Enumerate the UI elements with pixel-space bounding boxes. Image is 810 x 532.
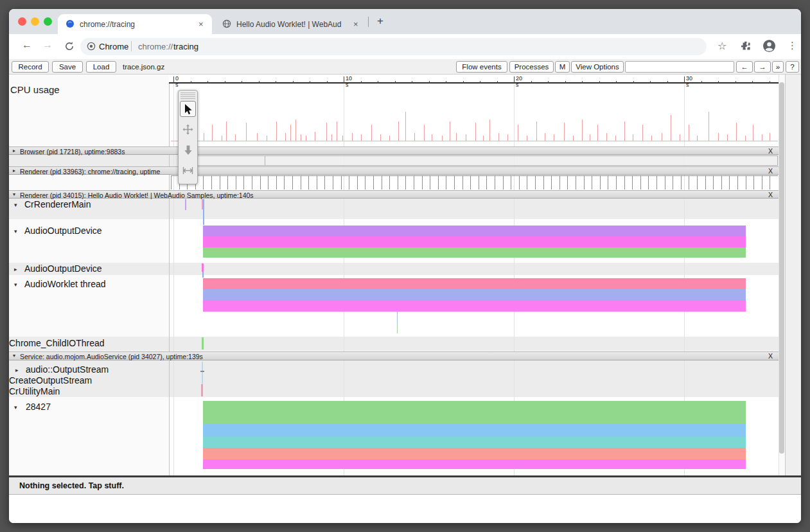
trace-event-tick[interactable] [202, 337, 204, 350]
find-previous-button[interactable]: ← [736, 61, 753, 73]
cpu-usage-spike [361, 134, 362, 141]
record-button[interactable]: Record [12, 61, 49, 73]
process-header-text: Renderer (pid 33963): chrome://tracing, … [20, 168, 160, 175]
menu-dots-icon[interactable]: ⋮ [788, 40, 797, 51]
status-message: Nothing selected. Tap stuff. [19, 481, 124, 490]
process-header-audio-service[interactable]: ▾ Service: audio.mojom.AudioService (pid… [9, 351, 779, 360]
tiny-slice-tick [422, 175, 423, 190]
scrollbar-thumb[interactable] [779, 82, 784, 454]
trace-event-tick[interactable] [201, 384, 203, 396]
tiny-slice-tick [713, 175, 714, 190]
browser-track-slice-edge [265, 156, 265, 165]
minimize-window-button[interactable] [31, 17, 39, 26]
cpu-usage-spike [597, 125, 598, 141]
trace-event-tick[interactable] [397, 324, 398, 333]
trace-slice-bar[interactable] [203, 278, 746, 289]
reload-icon[interactable] [64, 41, 75, 51]
tiny-slice-tick [697, 175, 698, 190]
extensions-puzzle-icon[interactable] [741, 41, 752, 52]
trace-event-tick[interactable] [202, 199, 203, 209]
tab-close-icon[interactable]: × [198, 19, 204, 29]
pan-tool-button[interactable] [180, 121, 196, 137]
process-header-renderer-webaudio[interactable]: ▾ Renderer (pid 34015): Hello Audio Work… [9, 190, 779, 199]
save-button[interactable]: Save [52, 61, 83, 73]
metrics-button[interactable]: M [555, 61, 570, 73]
cpu-usage-spike [662, 133, 662, 141]
view-options-button[interactable]: View Options [571, 61, 624, 73]
trace-slice-bar[interactable] [203, 300, 746, 312]
trace-slice-bar[interactable] [203, 247, 746, 258]
trace-slice-bar[interactable] [203, 401, 746, 424]
omnibox[interactable]: Chrome chrome:// tracing [80, 38, 707, 55]
trace-event-tick[interactable] [202, 263, 204, 272]
close-track-button[interactable]: X [768, 147, 773, 155]
expand-arrow-icon[interactable]: ▸ [13, 168, 15, 173]
close-window-button[interactable] [18, 17, 26, 26]
trace-event-tick[interactable] [185, 199, 186, 210]
new-tab-button[interactable]: + [377, 15, 383, 28]
ruler-minor-tick [599, 81, 600, 84]
processes-button[interactable]: Processes [509, 61, 554, 73]
cpu-usage-spike [697, 136, 698, 141]
close-track-button[interactable]: X [768, 167, 773, 175]
process-header-text: Browser (pid 17218), uptime:9883s [20, 148, 125, 155]
trace-slice-bar[interactable] [203, 289, 746, 300]
back-icon[interactable]: ← [22, 39, 32, 51]
cpu-usage-spike [405, 112, 406, 141]
tiny-slice-tick [495, 175, 495, 190]
tab-close-icon[interactable]: × [353, 19, 358, 29]
zoom-window-button[interactable] [44, 17, 52, 26]
timeline-gridline [684, 84, 685, 476]
cpu-usage-spike [456, 133, 457, 141]
analysis-status-bar: Nothing selected. Tap stuff. [9, 477, 801, 495]
tiny-slice-tick [414, 175, 414, 190]
tab-webaudio[interactable]: Hello Audio Worklet! | WebAud × [213, 14, 364, 34]
find-more-button[interactable]: » [772, 61, 784, 73]
collapse-arrow-icon[interactable]: ▾ [13, 353, 15, 359]
flow-events-button[interactable]: Flow events [456, 61, 507, 73]
palette-drag-handle[interactable] [180, 93, 195, 99]
find-input[interactable] [625, 61, 734, 73]
ruler-minor-tick [480, 81, 480, 84]
cpu-usage-spike [606, 133, 607, 141]
selection-tool-button[interactable] [180, 101, 196, 117]
ruler-major-tick [684, 76, 685, 84]
trace-event-tick[interactable] [202, 362, 203, 384]
cpu-usage-spike [389, 136, 390, 141]
tracing-toolbar: Record Save Load trace.json.gz Flow even… [9, 59, 801, 75]
cpu-usage-spike [770, 133, 770, 141]
load-button[interactable]: Load [86, 61, 116, 73]
ruler-minor-tick [548, 81, 549, 84]
tracing-favicon [66, 19, 75, 28]
tab-tracing[interactable]: chrome://tracing × [58, 14, 212, 34]
trace-slice-bar[interactable] [203, 437, 746, 448]
tiny-slice-tick [632, 175, 633, 190]
trace-event-tick[interactable] [203, 199, 204, 225]
zoom-tool-button[interactable] [180, 142, 196, 158]
collapse-arrow-icon[interactable]: ▾ [13, 191, 15, 197]
tiny-slice-tick [753, 175, 754, 190]
process-header-browser[interactable]: ▸ Browser (pid 17218), uptime:9883s X [9, 146, 779, 155]
globe-icon [222, 19, 231, 28]
trace-event-tick[interactable] [202, 272, 204, 278]
trace-slice-bar[interactable] [203, 236, 746, 247]
timing-tool-button[interactable] [180, 163, 196, 179]
trace-event-tick[interactable] [200, 371, 204, 372]
help-button[interactable]: ? [786, 61, 799, 73]
trace-event-tick[interactable] [397, 312, 398, 324]
find-next-button[interactable]: → [754, 61, 771, 73]
trace-slice-bar[interactable] [203, 424, 746, 437]
tiny-slice-tick [252, 175, 252, 190]
ruler-time-label: 30 s [686, 75, 692, 88]
bookmark-star-icon[interactable]: ☆ [718, 40, 726, 52]
trace-slice-bar[interactable] [203, 226, 746, 236]
close-track-button[interactable]: X [768, 352, 773, 360]
process-header-text: Renderer (pid 34015): Hello Audio Workle… [20, 191, 254, 199]
profile-avatar-icon[interactable] [762, 39, 776, 53]
browser-track-box[interactable] [188, 155, 778, 166]
expand-arrow-icon[interactable]: ▸ [13, 148, 15, 154]
trace-slice-bar[interactable] [203, 448, 746, 459]
close-track-button[interactable]: X [768, 191, 773, 199]
process-header-renderer-tracing[interactable]: ▸ Renderer (pid 33963): chrome://tracing… [9, 166, 779, 175]
trace-slice-bar[interactable] [203, 459, 746, 469]
